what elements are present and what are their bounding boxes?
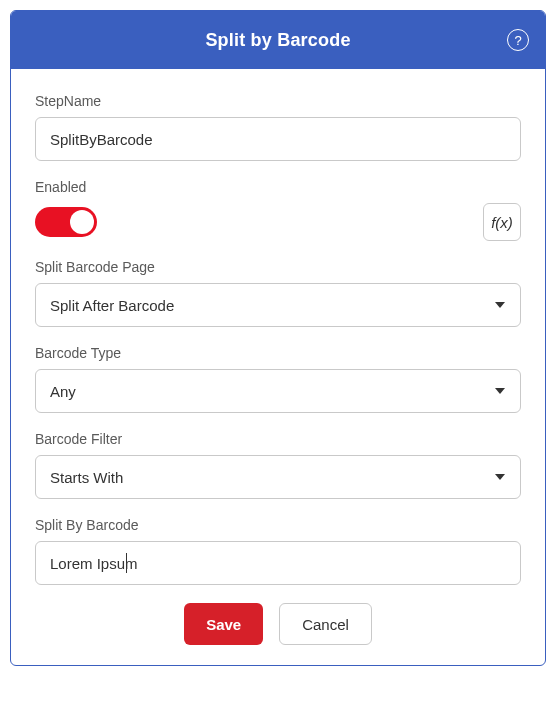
fx-icon: f(x) (491, 214, 513, 231)
enabled-toggle[interactable] (35, 207, 97, 237)
cancel-button[interactable]: Cancel (279, 603, 372, 645)
step-name-label: StepName (35, 93, 521, 109)
panel-title: Split by Barcode (27, 30, 529, 51)
barcode-filter-label: Barcode Filter (35, 431, 521, 447)
field-split-barcode-page: Split Barcode Page Split After Barcode (35, 259, 521, 327)
step-name-input[interactable] (35, 117, 521, 161)
panel-body: StepName Enabled f(x) Split Barcode Page (11, 69, 545, 665)
field-step-name: StepName (35, 93, 521, 161)
field-barcode-filter: Barcode Filter Starts With (35, 431, 521, 499)
toggle-knob (70, 210, 94, 234)
split-by-barcode-label: Split By Barcode (35, 517, 521, 533)
split-by-barcode-input[interactable] (35, 541, 521, 585)
split-barcode-page-value: Split After Barcode (50, 297, 174, 314)
field-barcode-type: Barcode Type Any (35, 345, 521, 413)
help-icon[interactable]: ? (507, 29, 529, 51)
panel-footer: Save Cancel (35, 603, 521, 645)
barcode-type-select[interactable]: Any (35, 369, 521, 413)
fx-button[interactable]: f(x) (483, 203, 521, 241)
barcode-filter-value: Starts With (50, 469, 123, 486)
field-enabled: Enabled f(x) (35, 179, 521, 241)
barcode-type-label: Barcode Type (35, 345, 521, 361)
help-icon-glyph: ? (514, 33, 521, 48)
barcode-type-value: Any (50, 383, 76, 400)
split-barcode-page-select[interactable]: Split After Barcode (35, 283, 521, 327)
barcode-filter-select[interactable]: Starts With (35, 455, 521, 499)
split-by-barcode-panel: Split by Barcode ? StepName Enabled f(x) (10, 10, 546, 666)
field-split-by-barcode: Split By Barcode (35, 517, 521, 585)
enabled-label: Enabled (35, 179, 521, 195)
save-button[interactable]: Save (184, 603, 263, 645)
split-barcode-page-label: Split Barcode Page (35, 259, 521, 275)
panel-header: Split by Barcode ? (11, 11, 545, 69)
